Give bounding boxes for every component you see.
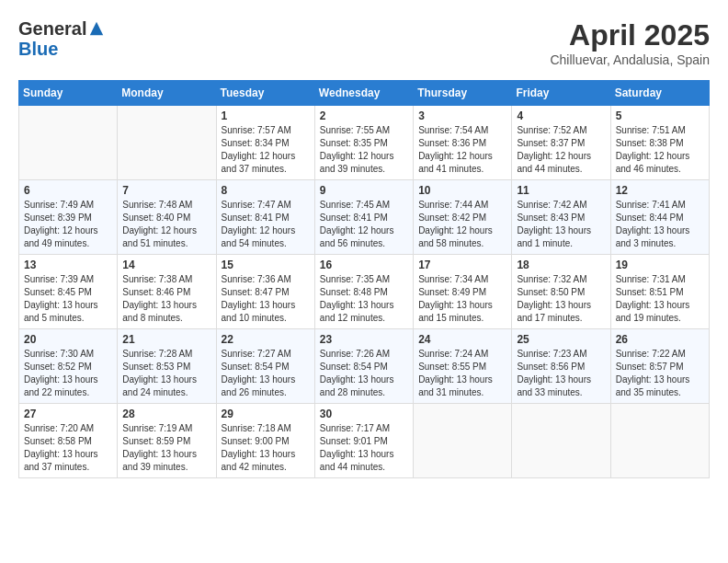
calendar-cell: 26Sunrise: 7:22 AM Sunset: 8:57 PM Dayli…: [610, 329, 709, 404]
day-info: Sunrise: 7:55 AM Sunset: 8:35 PM Dayligh…: [320, 124, 408, 176]
day-info: Sunrise: 7:24 AM Sunset: 8:55 PM Dayligh…: [418, 348, 506, 399]
day-number: 28: [122, 408, 210, 420]
calendar-cell: 2Sunrise: 7:55 AM Sunset: 8:35 PM Daylig…: [314, 106, 413, 180]
day-info: Sunrise: 7:42 AM Sunset: 8:43 PM Dayligh…: [517, 199, 605, 250]
day-number: 20: [24, 333, 112, 346]
calendar-cell: 13Sunrise: 7:39 AM Sunset: 8:45 PM Dayli…: [19, 255, 118, 329]
calendar-week-row: 1Sunrise: 7:57 AM Sunset: 8:34 PM Daylig…: [19, 106, 710, 180]
weekday-header-friday: Friday: [512, 81, 610, 106]
calendar-cell: 7Sunrise: 7:48 AM Sunset: 8:40 PM Daylig…: [118, 180, 216, 255]
weekday-header-saturday: Saturday: [610, 81, 709, 106]
day-number: 18: [517, 259, 605, 271]
calendar-cell: 29Sunrise: 7:18 AM Sunset: 9:00 PM Dayli…: [216, 404, 314, 478]
weekday-header-row: SundayMondayTuesdayWednesdayThursdayFrid…: [19, 81, 710, 106]
month-title: April 2025: [550, 18, 710, 52]
calendar-cell: 27Sunrise: 7:20 AM Sunset: 8:58 PM Dayli…: [19, 404, 118, 478]
calendar-cell: 3Sunrise: 7:54 AM Sunset: 8:36 PM Daylig…: [414, 106, 512, 180]
day-number: 2: [320, 109, 408, 122]
page-header: General Blue April 2025 Chilluevar, Anda…: [18, 18, 710, 67]
day-number: 17: [418, 259, 506, 271]
day-info: Sunrise: 7:41 AM Sunset: 8:44 PM Dayligh…: [616, 199, 704, 250]
day-info: Sunrise: 7:48 AM Sunset: 8:40 PM Dayligh…: [122, 199, 210, 250]
day-info: Sunrise: 7:32 AM Sunset: 8:50 PM Dayligh…: [517, 273, 605, 325]
day-number: 11: [517, 184, 605, 197]
day-info: Sunrise: 7:54 AM Sunset: 8:36 PM Dayligh…: [418, 124, 506, 176]
calendar-cell: 4Sunrise: 7:52 AM Sunset: 8:37 PM Daylig…: [512, 106, 610, 180]
day-info: Sunrise: 7:36 AM Sunset: 8:47 PM Dayligh…: [222, 273, 310, 325]
calendar-cell: [610, 404, 709, 478]
day-info: Sunrise: 7:49 AM Sunset: 8:39 PM Dayligh…: [24, 199, 112, 250]
calendar-cell: 24Sunrise: 7:24 AM Sunset: 8:55 PM Dayli…: [414, 329, 512, 404]
day-info: Sunrise: 7:27 AM Sunset: 8:54 PM Dayligh…: [222, 348, 310, 399]
calendar-cell: 5Sunrise: 7:51 AM Sunset: 8:38 PM Daylig…: [610, 106, 709, 180]
weekday-header-thursday: Thursday: [414, 81, 512, 106]
day-number: 14: [122, 259, 210, 271]
location: Chilluevar, Andalusia, Spain: [550, 52, 710, 67]
calendar-cell: 16Sunrise: 7:35 AM Sunset: 8:48 PM Dayli…: [314, 255, 413, 329]
calendar-cell: [512, 404, 610, 478]
day-number: 8: [222, 184, 310, 197]
day-info: Sunrise: 7:22 AM Sunset: 8:57 PM Dayligh…: [616, 348, 704, 399]
calendar-cell: 10Sunrise: 7:44 AM Sunset: 8:42 PM Dayli…: [414, 180, 512, 255]
day-number: 25: [517, 333, 605, 346]
day-info: Sunrise: 7:35 AM Sunset: 8:48 PM Dayligh…: [320, 273, 408, 325]
day-number: 3: [418, 109, 506, 122]
day-number: 15: [222, 259, 310, 271]
weekday-header-sunday: Sunday: [19, 81, 118, 106]
day-info: Sunrise: 7:17 AM Sunset: 9:01 PM Dayligh…: [320, 422, 408, 474]
day-info: Sunrise: 7:39 AM Sunset: 8:45 PM Dayligh…: [24, 273, 112, 325]
calendar-cell: [19, 106, 118, 180]
calendar-cell: 20Sunrise: 7:30 AM Sunset: 8:52 PM Dayli…: [19, 329, 118, 404]
day-number: 16: [320, 259, 408, 271]
weekday-header-monday: Monday: [118, 81, 216, 106]
calendar-cell: 15Sunrise: 7:36 AM Sunset: 8:47 PM Dayli…: [216, 255, 314, 329]
calendar-cell: 11Sunrise: 7:42 AM Sunset: 8:43 PM Dayli…: [512, 180, 610, 255]
day-info: Sunrise: 7:51 AM Sunset: 8:38 PM Dayligh…: [616, 124, 704, 176]
day-number: 5: [616, 109, 704, 122]
calendar-cell: 19Sunrise: 7:31 AM Sunset: 8:51 PM Dayli…: [610, 255, 709, 329]
calendar-cell: 23Sunrise: 7:26 AM Sunset: 8:54 PM Dayli…: [314, 329, 413, 404]
day-number: 24: [418, 333, 506, 346]
calendar-cell: 6Sunrise: 7:49 AM Sunset: 8:39 PM Daylig…: [19, 180, 118, 255]
day-info: Sunrise: 7:38 AM Sunset: 8:46 PM Dayligh…: [122, 273, 210, 325]
calendar-cell: [118, 106, 216, 180]
calendar-cell: 12Sunrise: 7:41 AM Sunset: 8:44 PM Dayli…: [610, 180, 709, 255]
day-number: 22: [222, 333, 310, 346]
day-info: Sunrise: 7:44 AM Sunset: 8:42 PM Dayligh…: [418, 199, 506, 250]
day-number: 1: [222, 109, 310, 122]
calendar-week-row: 6Sunrise: 7:49 AM Sunset: 8:39 PM Daylig…: [19, 180, 710, 255]
calendar-week-row: 27Sunrise: 7:20 AM Sunset: 8:58 PM Dayli…: [19, 404, 710, 478]
day-info: Sunrise: 7:45 AM Sunset: 8:41 PM Dayligh…: [320, 199, 408, 250]
calendar-cell: [414, 404, 512, 478]
calendar-cell: 18Sunrise: 7:32 AM Sunset: 8:50 PM Dayli…: [512, 255, 610, 329]
calendar-cell: 17Sunrise: 7:34 AM Sunset: 8:49 PM Dayli…: [414, 255, 512, 329]
calendar-cell: 21Sunrise: 7:28 AM Sunset: 8:53 PM Dayli…: [118, 329, 216, 404]
day-number: 4: [517, 109, 605, 122]
day-number: 6: [24, 184, 112, 197]
calendar-cell: 8Sunrise: 7:47 AM Sunset: 8:41 PM Daylig…: [216, 180, 314, 255]
logo-icon: [88, 20, 105, 37]
calendar-week-row: 20Sunrise: 7:30 AM Sunset: 8:52 PM Dayli…: [19, 329, 710, 404]
day-number: 30: [320, 408, 408, 420]
day-info: Sunrise: 7:28 AM Sunset: 8:53 PM Dayligh…: [122, 348, 210, 399]
day-number: 13: [24, 259, 112, 271]
day-number: 10: [418, 184, 506, 197]
day-info: Sunrise: 7:23 AM Sunset: 8:56 PM Dayligh…: [517, 348, 605, 399]
calendar-cell: 30Sunrise: 7:17 AM Sunset: 9:01 PM Dayli…: [314, 404, 413, 478]
calendar-cell: 1Sunrise: 7:57 AM Sunset: 8:34 PM Daylig…: [216, 106, 314, 180]
day-number: 21: [122, 333, 210, 346]
day-info: Sunrise: 7:26 AM Sunset: 8:54 PM Dayligh…: [320, 348, 408, 399]
day-info: Sunrise: 7:47 AM Sunset: 8:41 PM Dayligh…: [222, 199, 310, 250]
calendar-cell: 25Sunrise: 7:23 AM Sunset: 8:56 PM Dayli…: [512, 329, 610, 404]
day-number: 29: [222, 408, 310, 420]
day-number: 7: [122, 184, 210, 197]
calendar-table: SundayMondayTuesdayWednesdayThursdayFrid…: [18, 80, 710, 478]
weekday-header-tuesday: Tuesday: [216, 81, 314, 106]
day-info: Sunrise: 7:52 AM Sunset: 8:37 PM Dayligh…: [517, 124, 605, 176]
logo-general: General: [18, 18, 86, 39]
day-number: 12: [616, 184, 704, 197]
day-number: 23: [320, 333, 408, 346]
day-number: 26: [616, 333, 704, 346]
day-info: Sunrise: 7:34 AM Sunset: 8:49 PM Dayligh…: [418, 273, 506, 325]
svg-marker-0: [90, 22, 103, 35]
